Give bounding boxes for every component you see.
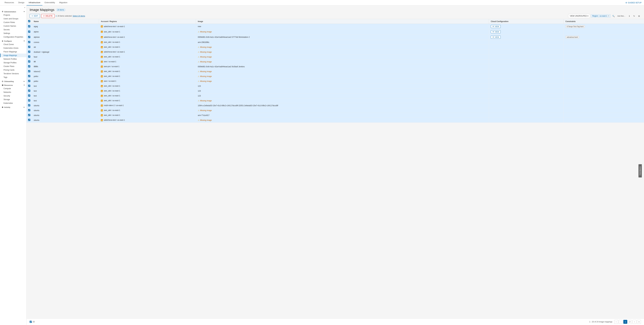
- row-image: ⚠Missing image: [196, 74, 489, 79]
- edit-button[interactable]: ✏ EDIT: [30, 14, 40, 18]
- sidebar-item-flavor-mappings[interactable]: Flavor Mappings: [0, 50, 26, 54]
- view-button[interactable]: 👁 VIEW: [491, 30, 501, 33]
- row-name: dsafasd + dgdasgd: [32, 50, 99, 55]
- nav-design[interactable]: Design: [16, 0, 26, 6]
- row-cloud-config: [489, 59, 564, 64]
- activity-label: Activity: [4, 106, 10, 108]
- row-checkbox[interactable]: [28, 46, 30, 48]
- warning-icon: ⚠: [198, 100, 200, 102]
- sidebar-item-custom-roles[interactable]: Custom Roles: [0, 21, 26, 24]
- row-image: 123: [196, 89, 489, 93]
- footer-count: 20: [30, 321, 35, 323]
- row-image: ⚠Missing image: [196, 29, 489, 35]
- nav-resources[interactable]: Resources: [2, 0, 16, 6]
- row-checkbox[interactable]: [28, 31, 30, 33]
- sidebar-section-header-onboarding[interactable]: ◎ Onboarding ▸: [0, 79, 26, 83]
- view-ungrouped-label: VIEW UNGROUPED: [570, 15, 587, 17]
- row-checkbox[interactable]: [28, 56, 30, 58]
- eye-icon: 👁: [492, 26, 494, 27]
- row-image: ami-77a1e917: [196, 113, 489, 118]
- sidebar-item-terraform-versions[interactable]: Terraform Versions: [0, 72, 26, 76]
- next-page-button[interactable]: ›: [632, 320, 636, 324]
- col-header-name: Name: [32, 19, 99, 24]
- info-button[interactable]: ℹ: [627, 14, 631, 18]
- row-checkbox[interactable]: [28, 95, 30, 97]
- sidebar-item-projects[interactable]: Projects: [0, 13, 26, 17]
- sidebar-item-network-profiles[interactable]: Network Profiles: [0, 57, 26, 61]
- guided-setup-button[interactable]: ⚙ GUIDED SETUP: [626, 2, 642, 4]
- sidebar-item-users-groups[interactable]: Users and Groups: [0, 17, 26, 21]
- add-filter-button[interactable]: Add filter...: [616, 14, 626, 18]
- sidebar-item-settings[interactable]: Settings: [0, 32, 26, 35]
- row-constraint: [564, 74, 644, 79]
- sidebar-section-header-configure[interactable]: ◈ Configure ▾: [0, 39, 26, 43]
- row-checkbox[interactable]: [28, 75, 30, 77]
- row-checkbox[interactable]: [28, 36, 30, 38]
- row-checkbox[interactable]: [28, 85, 30, 87]
- sidebar-section-header-resources[interactable]: ▣ Resources ▾: [0, 83, 26, 87]
- row-checkbox[interactable]: [28, 80, 30, 82]
- row-checkbox[interactable]: [28, 25, 30, 27]
- row-checkbox[interactable]: [28, 114, 30, 116]
- page-1-button[interactable]: 1: [623, 320, 627, 324]
- edit-icon: ✏: [32, 15, 33, 17]
- view-ungrouped-button[interactable]: VIEW UNGROUPED ▾: [568, 14, 590, 18]
- row-image: ⚠Missing image: [196, 79, 489, 84]
- selection-info: ℹ 20 items selected Select 24 items: [56, 15, 85, 17]
- row-checkbox[interactable]: [28, 119, 30, 121]
- row-checkbox[interactable]: [28, 104, 30, 106]
- row-checkbox[interactable]: [28, 99, 30, 102]
- feedback-tab[interactable]: FEEDBACK: [638, 164, 642, 177]
- chevron-down-icon: ▾: [24, 11, 25, 13]
- sidebar-item-kubernetes[interactable]: Kubernetes: [0, 101, 26, 105]
- first-page-button[interactable]: «: [614, 320, 618, 324]
- select-all-link[interactable]: Select 24 items: [72, 15, 85, 17]
- row-checkbox[interactable]: [28, 41, 30, 43]
- sidebar-section-onboarding: ◎ Onboarding ▸: [0, 79, 26, 83]
- sidebar-item-config-props[interactable]: Configuration Properties: [0, 35, 26, 39]
- nav-extensibility[interactable]: Extensibility: [42, 0, 57, 6]
- nav-infrastructure[interactable]: Infrastructure: [26, 0, 42, 6]
- row-checkbox[interactable]: [28, 70, 30, 72]
- last-page-button[interactable]: »: [637, 320, 641, 324]
- sidebar-item-pricing-cards[interactable]: Pricing Cards: [0, 68, 26, 72]
- footer-checkbox[interactable]: [30, 321, 32, 323]
- sidebar-item-cluster-plans[interactable]: Cluster Plans: [0, 65, 26, 68]
- image-mappings-table: Name Account / Regions Image Cloud Confi…: [26, 19, 644, 123]
- row-checkbox[interactable]: [28, 65, 30, 67]
- sidebar-section-header-administration[interactable]: ⚙ Administration ▾: [0, 10, 26, 13]
- sidebar-item-custom-names[interactable]: Custom Names: [0, 24, 26, 28]
- sidebar-item-compute[interactable]: Compute: [0, 87, 26, 90]
- sidebar-item-storage[interactable]: Storage: [0, 98, 26, 101]
- row-name: petko: [32, 74, 99, 79]
- row-image: ⚠Missing image: [196, 69, 489, 74]
- sidebar-item-secrets[interactable]: Secrets: [0, 28, 26, 32]
- sidebar-item-image-mappings[interactable]: Image Mappings: [0, 54, 26, 57]
- row-checkbox[interactable]: [28, 51, 30, 53]
- sidebar-item-kubernetes-zones[interactable]: Kubernetes Zones: [0, 46, 26, 50]
- nav-migration[interactable]: Migration: [57, 0, 70, 6]
- row-checkbox[interactable]: [28, 109, 30, 111]
- view-button[interactable]: 👁 VIEW: [491, 36, 501, 39]
- sidebar-item-cloud-zones[interactable]: Cloud Zones: [0, 43, 26, 46]
- row-checkbox[interactable]: [28, 60, 30, 63]
- row-account: ☁aws_akk / us-east-1: [99, 74, 196, 79]
- refresh-button[interactable]: ↻: [632, 14, 636, 18]
- search-button[interactable]: 🔍: [612, 14, 616, 18]
- row-checkbox[interactable]: [28, 90, 30, 92]
- sidebar-item-tags[interactable]: Tags: [0, 76, 26, 79]
- page-2-button[interactable]: 2: [628, 320, 632, 324]
- grid-view-button[interactable]: ⊞: [637, 14, 641, 18]
- sidebar-item-networks[interactable]: Networks: [0, 90, 26, 94]
- row-constraint: [564, 108, 644, 113]
- sidebar-section-header-activity[interactable]: ◉ Activity ▸: [0, 105, 26, 109]
- prev-page-button[interactable]: ‹: [619, 320, 623, 324]
- sidebar-item-storage-profiles[interactable]: Storage Profiles: [0, 61, 26, 65]
- delete-button[interactable]: ✕ DELETE: [41, 14, 54, 18]
- sidebar-collapse-button[interactable]: «: [0, 6, 26, 10]
- eye-icon: 👁: [492, 36, 494, 38]
- sidebar-item-security[interactable]: Security: [0, 94, 26, 98]
- select-all-checkbox[interactable]: [28, 20, 30, 22]
- filter-tag-close-icon[interactable]: ×: [608, 15, 609, 17]
- view-button[interactable]: 👁 VIEW: [491, 25, 501, 28]
